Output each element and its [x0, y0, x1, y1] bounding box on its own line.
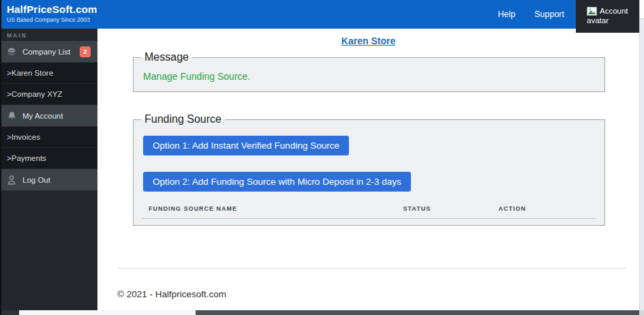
sidebar: MAIN Company List 2 >Karen Store >Compan…: [0, 29, 97, 310]
sidebar-item-label: >Invoices: [7, 133, 40, 141]
company-count-badge: 2: [80, 46, 91, 57]
funding-source-panel: Funding Source Option 1: Add Instant Ver…: [133, 113, 605, 226]
store-link-container: Karen Store: [97, 35, 639, 47]
sidebar-item-log-out[interactable]: Log Out: [0, 169, 97, 191]
broken-image-icon: [587, 7, 597, 16]
horizontal-scrollbar[interactable]: [0, 310, 639, 315]
sidebar-item-label: >Company XYZ: [7, 90, 63, 98]
support-link[interactable]: Support: [534, 10, 564, 19]
horizontal-scrollbar-thumb[interactable]: [19, 310, 196, 315]
sidebar-item-label: >Karen Store: [7, 69, 53, 77]
vertical-scrollbar[interactable]: [639, 0, 644, 315]
sidebar-item-karen-store[interactable]: >Karen Store: [0, 63, 97, 84]
account-avatar[interactable]: Account avatar: [576, 0, 639, 33]
top-header-bar: HalfPriceSoft.com US Based Company Since…: [0, 0, 639, 29]
footer-copyright: © 2021 - Halfpricesoft.com: [117, 289, 639, 299]
sidebar-item-label: Company List: [22, 48, 70, 56]
option1-row: Option 1: Add Instant Verified Funding S…: [142, 136, 596, 155]
main-content: Karen Store Message Manage Funding Sourc…: [97, 29, 639, 310]
table-header-row: FUNDING SOURCE NAME STATUS ACTION: [142, 202, 596, 219]
sidebar-item-label: Log Out: [22, 176, 50, 184]
message-text: Manage Funding Source.: [143, 71, 596, 82]
add-instant-funding-button[interactable]: Option 1: Add Instant Verified Funding S…: [143, 136, 349, 155]
option2-row: Option 2: Add Funding Source with Micro …: [142, 172, 596, 192]
sidebar-item-my-account[interactable]: My Account: [0, 105, 97, 127]
sidebar-item-label: >Payments: [7, 154, 46, 162]
sidebar-item-invoices[interactable]: >Invoices: [0, 127, 97, 148]
message-panel: Message Manage Funding Source.: [133, 51, 605, 92]
user-icon: [7, 175, 16, 185]
window-left-edge: [0, 0, 1, 315]
message-panel-legend: Message: [141, 51, 192, 63]
vertical-scrollbar-thumb[interactable]: [640, 0, 644, 19]
bell-icon: [7, 111, 16, 121]
app-window: HalfPriceSoft.com US Based Company Since…: [0, 0, 644, 315]
karen-store-link[interactable]: Karen Store: [341, 35, 395, 46]
column-header-status: STATUS: [397, 202, 492, 219]
add-micro-deposit-funding-button[interactable]: Option 2: Add Funding Source with Micro …: [143, 172, 411, 192]
horizontal-scrollbar-track-start: [0, 310, 19, 315]
help-link[interactable]: Help: [498, 10, 516, 19]
funding-panel-legend: Funding Source: [141, 113, 225, 125]
footer-divider: [118, 268, 627, 269]
column-header-action: ACTION: [492, 202, 596, 219]
sidebar-item-label: My Account: [22, 112, 63, 120]
sidebar-item-company-xyz[interactable]: >Company XYZ: [0, 84, 97, 105]
funding-source-table: FUNDING SOURCE NAME STATUS ACTION: [142, 202, 596, 219]
sidebar-item-company-list[interactable]: Company List 2: [0, 41, 97, 63]
sidebar-section-label: MAIN: [0, 29, 97, 41]
brand-subtitle: US Based Company Since 2003: [7, 16, 97, 23]
scrollbar-corner: [639, 310, 644, 315]
column-header-funding-source-name: FUNDING SOURCE NAME: [142, 202, 397, 219]
top-nav: Help Support: [498, 10, 565, 19]
globe-icon: [7, 47, 16, 57]
brand-logo[interactable]: HalfPriceSoft.com US Based Company Since…: [7, 3, 97, 23]
sidebar-item-payments[interactable]: >Payments: [0, 148, 97, 169]
brand-title: HalfPriceSoft.com: [7, 3, 97, 15]
